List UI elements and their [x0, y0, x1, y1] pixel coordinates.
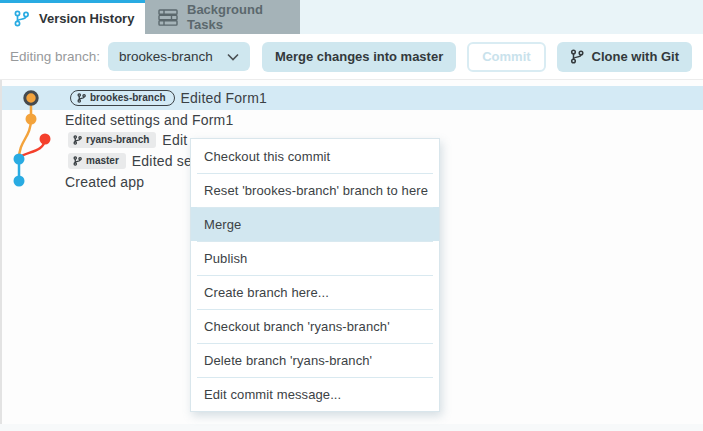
commit-button[interactable]: Commit: [467, 42, 545, 72]
commit-message: Edit: [162, 132, 187, 148]
commit-graph: [0, 80, 62, 200]
tab-background-tasks[interactable]: Background Tasks: [145, 0, 300, 34]
tab-label: Background Tasks: [187, 2, 300, 32]
menu-item-merge[interactable]: Merge: [191, 207, 439, 241]
menu-item-publish[interactable]: Publish: [191, 241, 439, 275]
commit-dot: [40, 134, 51, 145]
menu-item-checkout-commit[interactable]: Checkout this commit: [191, 139, 439, 173]
tab-label: Version History: [39, 11, 134, 26]
chevron-down-icon: [227, 53, 239, 61]
merge-changes-button[interactable]: Merge changes into master: [262, 42, 456, 72]
commit-dot: [26, 114, 37, 125]
clone-button-label: Clone with Git: [592, 49, 679, 64]
commit-context-menu: Checkout this commit Reset 'brookes-bran…: [190, 138, 440, 412]
branch-badge-brookes: brookes-branch: [70, 90, 175, 106]
branch-toolbar: Editing branch: brookes-branch Merge cha…: [0, 34, 703, 80]
tasks-stack-icon: [158, 9, 178, 26]
commit-dot: [14, 176, 25, 187]
commit-row[interactable]: master Edited se: [68, 150, 192, 171]
menu-item-edit-commit-message[interactable]: Edit commit message...: [191, 377, 439, 411]
menu-item-delete-branch[interactable]: Delete branch 'ryans-branch': [191, 343, 439, 377]
git-network-icon: [13, 10, 30, 27]
current-commit-dot: [25, 92, 37, 104]
commit-row[interactable]: ryans-branch Edit: [68, 130, 187, 150]
clone-with-git-button[interactable]: Clone with Git: [557, 42, 692, 72]
commit-message: Edited Form1: [181, 90, 267, 106]
menu-item-create-branch[interactable]: Create branch here...: [191, 275, 439, 309]
commit-row[interactable]: Created app: [65, 171, 144, 192]
commit-message: Edited settings and Form1: [65, 112, 233, 128]
tab-version-history[interactable]: Version History: [0, 0, 145, 34]
menu-item-checkout-branch[interactable]: Checkout branch 'ryans-branch': [191, 309, 439, 343]
commit-dot: [14, 154, 25, 165]
editing-branch-label: Editing branch:: [10, 49, 100, 64]
branch-badge-ryans: ryans-branch: [68, 132, 156, 148]
tab-bar: Version History Background Tasks: [0, 0, 703, 34]
commit-row[interactable]: Edited settings and Form1: [65, 110, 233, 130]
commit-message: Edited se: [132, 153, 192, 169]
branch-select-value: brookes-branch: [119, 49, 213, 64]
commit-row[interactable]: brookes-branch Edited Form1: [70, 86, 267, 110]
branch-badge-master: master: [68, 153, 126, 169]
git-branch-icon: [570, 49, 584, 64]
commit-message: Created app: [65, 174, 144, 190]
menu-item-reset-branch[interactable]: Reset 'brookes-branch' branch to here: [191, 173, 439, 207]
branch-select[interactable]: brookes-branch: [108, 42, 250, 71]
